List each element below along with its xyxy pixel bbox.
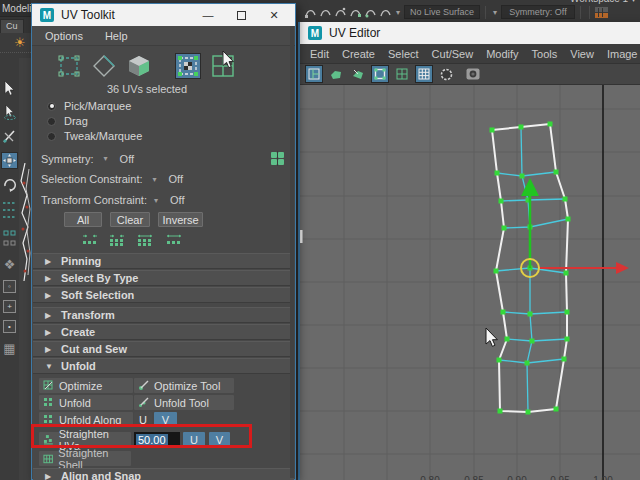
marquee-select-icon[interactable]	[56, 53, 82, 79]
maximize-button[interactable]	[228, 11, 254, 20]
chevron-down-icon[interactable]: ▾	[152, 196, 160, 205]
shell-border-icon[interactable]	[371, 65, 389, 83]
paint-select-tool-icon[interactable]	[1, 128, 18, 145]
universal-manipulator-icon[interactable]: ❖	[1, 256, 18, 273]
vertex-mode-icon[interactable]	[91, 53, 117, 79]
chevron-down-icon[interactable]: ▾	[151, 175, 159, 184]
symmetry-options-icon[interactable]	[270, 151, 285, 166]
mode-pick-marquee[interactable]: Pick/Marquee	[47, 100, 131, 112]
uv-editor-titlebar[interactable]: M UV Editor	[300, 22, 640, 44]
live-surface-field[interactable]: No Live Surface	[404, 5, 480, 19]
checker-display-icon[interactable]	[415, 65, 433, 83]
menu-select[interactable]: Select	[388, 48, 419, 60]
section-unfold[interactable]: ▼Unfold	[33, 358, 294, 374]
menu-help[interactable]: Help	[105, 30, 128, 42]
maya-logo-icon: M	[40, 8, 54, 22]
object-mode-icon[interactable]: ◦	[3, 280, 16, 293]
lasso-tool-icon[interactable]	[1, 104, 18, 121]
select-all-button[interactable]: All	[64, 212, 102, 227]
straighten-shell-button[interactable]: Straighten Shell	[39, 451, 131, 466]
menu-modify[interactable]: Modify	[486, 48, 518, 60]
snap-curve-icon[interactable]	[319, 5, 332, 20]
symmetry-value[interactable]: Off	[120, 153, 134, 165]
minimize-button[interactable]: —	[195, 9, 221, 21]
chevron-down-icon[interactable]: ▾	[394, 8, 402, 17]
radio-icon	[47, 117, 56, 126]
workspace-selector[interactable]: Workspace 1 ▾	[570, 0, 636, 4]
select-inverse-button[interactable]: Inverse	[158, 212, 203, 227]
menu-cutsew[interactable]: Cut/Sew	[432, 48, 474, 60]
unfold-button[interactable]: Unfold	[39, 395, 133, 410]
grid-display-icon[interactable]	[393, 65, 411, 83]
selection-mask-icons[interactable]	[2, 200, 17, 222]
uv-edge-interior	[501, 199, 565, 201]
straighten-uvs-button[interactable]: Straighten UVs	[39, 432, 131, 447]
section-create[interactable]: ▶Create	[33, 324, 294, 340]
section-pinning[interactable]: ▶Pinning	[33, 253, 294, 269]
menu-set-dropdown[interactable]: Modeling	[0, 0, 31, 17]
snap-curve-icon[interactable]	[379, 5, 392, 20]
shelf-tab[interactable]: Cu	[0, 19, 24, 33]
axis-tick-label: 1.00	[593, 475, 613, 480]
symmetry-field[interactable]: Symmetry: Off	[501, 5, 575, 19]
dim-image-icon[interactable]	[437, 65, 455, 83]
align-uvs-icon[interactable]	[109, 234, 125, 247]
section-select-by-type[interactable]: ▶Select By Type	[33, 270, 294, 286]
uv-canvas[interactable]: 0.800.850.900.951.00	[300, 85, 640, 480]
menu-tools[interactable]: Tools	[532, 48, 558, 60]
transform-constraint-value[interactable]: Off	[170, 194, 184, 206]
render-sun-icon[interactable]: ☀	[14, 35, 26, 50]
select-tool-icon[interactable]	[1, 80, 18, 97]
face-mode-icon[interactable]	[126, 53, 152, 79]
shelf-icons: ☀	[0, 33, 31, 53]
distribute-uvs-icon[interactable]	[136, 234, 154, 247]
close-button[interactable]: ✕	[261, 9, 287, 22]
menu-options[interactable]: Options	[45, 30, 83, 42]
selection-mask-icons[interactable]	[2, 229, 17, 249]
section-align-and-snap[interactable]: ▶Align and Snap	[33, 468, 294, 480]
menu-view[interactable]: View	[570, 48, 594, 60]
snap-curve-icon[interactable]	[334, 5, 347, 20]
image-display-icon[interactable]	[464, 65, 482, 83]
unfold-along-v-button[interactable]: V	[154, 412, 177, 427]
sew-shell-icon[interactable]	[349, 65, 367, 83]
section-soft-selection[interactable]: ▶Soft Selection	[33, 287, 294, 303]
mode-tweak-marquee[interactable]: Tweak/Marquee	[47, 130, 142, 142]
move-tool-icon[interactable]	[1, 152, 18, 169]
selection-constraint-value[interactable]: Off	[169, 173, 183, 185]
uv-editor-title: UV Editor	[329, 26, 632, 40]
unfold-tool-button[interactable]: Unfold Tool	[134, 395, 234, 410]
select-clear-button[interactable]: Clear	[110, 212, 150, 227]
xyz-input-icon[interactable]	[595, 7, 608, 18]
grid-snap-icon[interactable]: ▦	[1, 340, 18, 357]
menu-image[interactable]: Image	[607, 48, 638, 60]
snap-curve-icon[interactable]	[364, 5, 377, 20]
pivot-icon[interactable]: •	[3, 320, 16, 333]
uv-mode-icon[interactable]	[175, 53, 201, 79]
menu-edit[interactable]: Edit	[310, 48, 329, 60]
snap-curve-icon[interactable]	[349, 5, 362, 20]
unfold-along-button[interactable]: Unfold Along	[39, 412, 133, 427]
align-uvs-icon[interactable]	[82, 234, 98, 247]
chevron-down-icon[interactable]: ▾	[102, 154, 110, 163]
toolkit-scrollbar[interactable]	[290, 26, 294, 478]
distribute-uvs-icon[interactable]	[165, 234, 183, 247]
section-cut-and-sew[interactable]: ▶Cut and Sew	[33, 341, 294, 357]
rotate-tool-icon[interactable]	[1, 176, 18, 193]
chevron-down-icon[interactable]: ▾	[491, 8, 499, 17]
mode-drag[interactable]: Drag	[47, 115, 88, 127]
optimize-button[interactable]: Optimize	[39, 378, 133, 393]
unfold-along-u-button[interactable]: U	[134, 412, 152, 427]
uv-vertex	[498, 409, 503, 414]
menu-create[interactable]: Create	[342, 48, 375, 60]
straighten-u-button[interactable]: U	[183, 432, 205, 447]
section-transform[interactable]: ▶Transform	[33, 307, 294, 323]
move-shell-icon[interactable]	[327, 65, 345, 83]
optimize-tool-button[interactable]: Optimize Tool	[134, 378, 234, 393]
uv-layout-icon[interactable]	[305, 65, 323, 83]
straighten-angle-input[interactable]: 50.00	[134, 432, 180, 447]
component-mode-icon[interactable]: +	[3, 300, 16, 313]
snap-curve-icon[interactable]	[304, 5, 317, 20]
straighten-v-button[interactable]: V	[209, 432, 230, 447]
uv-toolkit-titlebar[interactable]: M UV Toolkit — ✕	[32, 4, 295, 26]
